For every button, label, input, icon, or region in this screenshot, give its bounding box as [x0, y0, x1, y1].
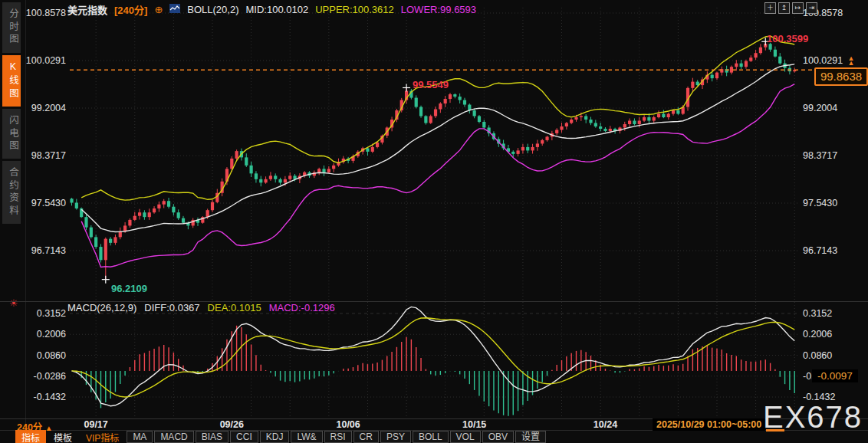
y-axis-label: 98.3717	[21, 149, 66, 162]
toolbar-item-BIAS[interactable]: BIAS	[196, 431, 229, 443]
boll-label: BOLL(20,2)	[187, 4, 238, 15]
symbol-name: 美元指数	[67, 2, 107, 17]
toolbar-item-指标[interactable]: 指标	[15, 430, 46, 443]
chart-header: 美元指数 [240分] ⊕ BOLL(20,2) MID:100.0102 UP…	[67, 2, 476, 17]
chart-app-window: 分时图K线图闪电图合约资料 ☀ 美元指数 [240分] ⊕ BOLL(20,2)…	[0, 0, 868, 443]
price-up-arrows-icon: ▲▲	[847, 56, 856, 65]
boll-lower-line	[81, 84, 794, 267]
date-tick-09/26: 09/26	[207, 419, 256, 430]
toolbar-item-BOLL[interactable]: BOLL	[413, 431, 449, 443]
y-axis-label: 99.2004	[21, 102, 66, 114]
y-axis-label: -0.1432	[21, 391, 66, 403]
macd-value-badge: -0.0097	[812, 369, 858, 382]
toolbar-item-LW&[interactable]: LW&	[291, 431, 322, 443]
y-axis-right: 100.8578100.029199.200498.371797.543096.…	[803, 0, 867, 431]
chart-tools: ＋↥↦⇥	[764, 2, 817, 14]
toolbar-item-CCI[interactable]: CCI	[230, 431, 258, 443]
toolbar-item-VOL[interactable]: VOL	[450, 431, 481, 443]
toolbar-item-RSI[interactable]: RSI	[324, 431, 352, 443]
toolbar-item-MACD[interactable]: MACD	[154, 431, 193, 443]
date-tick-10/06: 10/06	[324, 419, 373, 430]
crosshair-icon[interactable]: ⊕	[154, 4, 163, 15]
session-time-label: 2025/10/29 01:00~05:00	[653, 418, 765, 431]
y-axis-label: 100.0291	[803, 54, 867, 67]
macd-dea-line	[72, 318, 795, 397]
alert-icon[interactable]: ☀	[9, 297, 18, 309]
macd-title: MACD(26,12,9)	[67, 302, 136, 313]
gridlines	[70, 8, 799, 418]
sidebar-tab-分时图[interactable]: 分时图	[2, 2, 21, 53]
shift-right-icon[interactable]: ⇥	[806, 2, 817, 14]
candles	[70, 41, 796, 279]
y-axis-label: 96.7143	[21, 244, 66, 257]
sidebar-tab-合约资料[interactable]: 合约资料	[2, 161, 21, 224]
y-axis-label: -0.0286	[21, 370, 66, 382]
macd-diff-value: DIFF:0.0367	[144, 302, 199, 313]
boll-upper-line	[81, 36, 794, 200]
date-tick-10/24: 10/24	[580, 419, 630, 430]
y-axis-label: 97.5430	[21, 197, 66, 209]
macd-header: MACD(26,12,9) DIFF:0.0367 DEA:0.1015 MAC…	[67, 302, 335, 313]
macd-histogram	[72, 326, 795, 416]
high-annotation: 100.3599	[767, 33, 808, 44]
y-axis-label: 98.3717	[803, 149, 867, 162]
brand-underline	[766, 429, 784, 432]
indicator-toolbar: 指标模板VIP指标MAMACDBIASCCIKDJLW&RSICRPSYBOLL…	[15, 431, 546, 443]
date-tick-10/15: 10/15	[450, 419, 499, 430]
y-axis-label: 0.0860	[803, 349, 867, 362]
sidebar-tab-闪电图[interactable]: 闪电图	[2, 109, 21, 159]
toolbar-item-MA[interactable]: MA	[127, 431, 153, 443]
y-axis-label: 0.2006	[803, 328, 867, 340]
y-axis-label: 97.5430	[803, 197, 867, 209]
toolbar-item-模板[interactable]: 模板	[48, 430, 78, 443]
current-price-badge: 99.8638	[814, 67, 868, 86]
toolbar-item-OBV[interactable]: OBV	[482, 431, 514, 443]
date-tick-09/17: 09/17	[71, 419, 120, 430]
toolbar-item-KDJ[interactable]: KDJ	[260, 431, 290, 443]
sidebar-tab-K线图[interactable]: K线图	[2, 55, 21, 107]
y-axis-label: 100.8578	[21, 7, 66, 19]
move-icon[interactable]: ＋	[764, 2, 776, 14]
chart-thumbnail-icon[interactable]	[169, 4, 180, 15]
y-axis-left: 100.8578100.029199.200498.371797.543096.…	[21, 0, 66, 431]
toolbar-item-PSY[interactable]: PSY	[380, 431, 411, 443]
boll-upper-value: UPPER:100.3612	[315, 4, 394, 15]
boll-mid-value: MID:100.0102	[245, 4, 308, 15]
toolbar-item-设置[interactable]: 设置	[515, 431, 546, 443]
y-axis-label: 100.0291	[21, 54, 66, 67]
macd-macd-value: MACD:-0.1296	[269, 302, 335, 313]
toolbar-item-VIP指标[interactable]: VIP指标	[80, 430, 125, 443]
mid-high-annotation: 99.5549	[413, 79, 449, 90]
extreme-markers	[102, 38, 769, 283]
scale-horizontal-icon[interactable]: ↦	[792, 2, 804, 14]
y-axis-label: 0.3152	[21, 307, 66, 320]
y-axis-label: 0.3152	[803, 307, 867, 320]
chart-canvas	[0, 0, 868, 443]
macd-diff-line	[72, 307, 795, 405]
x-axis-row: 240分 ▲ 2025/10/29 01:00~05:00 09/1709/26…	[0, 419, 868, 430]
y-axis-label: 0.0860	[21, 349, 66, 362]
y-axis-label: 99.2004	[803, 102, 867, 114]
y-axis-label: 0.2006	[21, 328, 66, 340]
toolbar-item-CR[interactable]: CR	[353, 431, 379, 443]
low-annotation: 96.2109	[111, 283, 147, 294]
y-axis-label: 96.7143	[803, 244, 867, 257]
boll-lower-value: LOWER:99.6593	[401, 4, 476, 15]
macd-dea-value: DEA:0.1015	[208, 302, 261, 313]
interval-label[interactable]: [240分]	[114, 2, 147, 17]
scale-vertical-icon[interactable]: ↥	[778, 2, 790, 14]
